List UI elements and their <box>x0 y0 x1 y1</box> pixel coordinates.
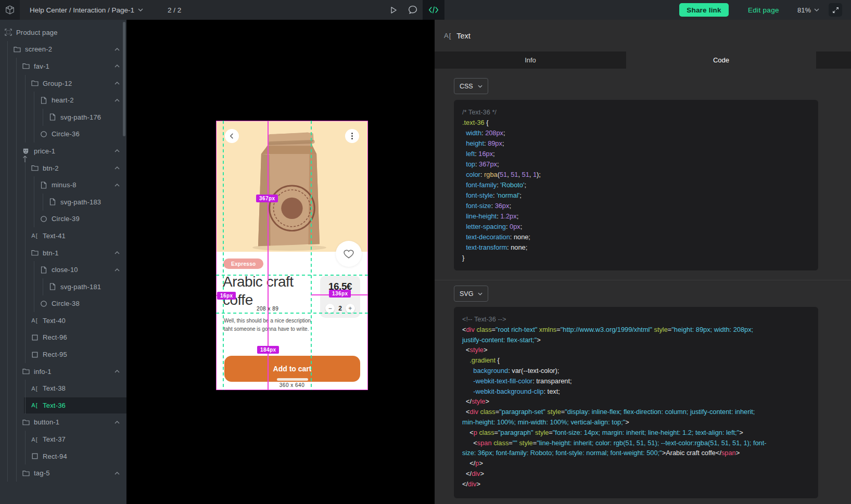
frame-icon <box>4 29 12 36</box>
folder-icon <box>31 80 39 87</box>
chevron-up-icon[interactable] <box>115 184 120 187</box>
tree-guide-line <box>7 312 13 329</box>
quantity-value: 2 <box>338 305 342 312</box>
chevron-up-icon[interactable] <box>115 48 120 51</box>
layer-row-svg-path-176[interactable]: svg-path-176 <box>0 109 126 126</box>
tree-guide-line <box>16 464 22 482</box>
app-logo[interactable] <box>0 0 20 20</box>
fullscreen-button[interactable] <box>829 3 842 17</box>
play-button[interactable] <box>388 0 398 20</box>
plus-button[interactable]: + <box>346 304 355 313</box>
code-line: top: 367px; <box>462 159 810 170</box>
chevron-up-icon[interactable] <box>115 82 120 85</box>
code-line: text-decoration: none; <box>462 232 810 242</box>
back-button[interactable] <box>225 129 239 143</box>
tab-filler <box>816 51 851 69</box>
svgfile-icon <box>48 283 56 291</box>
zoom-control[interactable]: 81% <box>797 0 819 20</box>
layer-row-price-1[interactable]: price-1 <box>0 143 126 160</box>
tree-guide-line <box>16 380 22 397</box>
layer-row-btn-2[interactable]: btn-2 <box>0 160 126 177</box>
chevron-up-icon[interactable] <box>115 268 120 272</box>
css-code-block: /* Text-36 */.text-36 { width: 208px; he… <box>454 100 818 270</box>
teal-guide-vertical-left <box>223 121 224 390</box>
chevron-up-icon[interactable] <box>115 64 120 68</box>
code-line: color: rgba(51, 51, 51, 1); <box>462 170 810 180</box>
tree-guide-line <box>7 193 13 211</box>
tree-guide-line <box>25 109 31 126</box>
tree-guide-line <box>7 329 13 346</box>
chevron-up-icon[interactable] <box>115 149 120 152</box>
code-line: <div class="paragraph-set" style="displa… <box>462 407 810 417</box>
layer-row-Text-37[interactable]: A[Text-37 <box>0 431 126 448</box>
tree-guide-line <box>34 278 40 295</box>
section-divider <box>435 280 851 280</box>
layer-row-Text-41[interactable]: A[Text-41 <box>0 227 126 244</box>
layer-row-Text-36[interactable]: A[Text-36 <box>0 397 126 414</box>
category-tag[interactable]: Expresso <box>223 259 263 269</box>
measure-label-left: 16px <box>217 292 236 300</box>
more-menu-button[interactable] <box>345 129 359 143</box>
layer-row-Circle-39[interactable]: Circle-39 <box>0 211 126 228</box>
svg-format-dropdown[interactable]: SVG <box>454 286 488 302</box>
layer-label: Text-37 <box>43 435 66 443</box>
code-view-button[interactable] <box>423 0 444 20</box>
layer-row-Rect-96[interactable]: Rect-96 <box>0 329 126 346</box>
folder-icon <box>22 469 30 477</box>
layer-row-Circle-38[interactable]: Circle-38 <box>0 295 126 313</box>
layer-row-Text-38[interactable]: A[Text-38 <box>0 380 126 397</box>
tab-info[interactable]: Info <box>435 51 626 69</box>
css-format-dropdown[interactable]: CSS <box>454 78 488 94</box>
product-image-area[interactable] <box>217 121 367 252</box>
layer-row-Rect-94[interactable]: Rect-94 <box>0 448 126 465</box>
layer-row-minus-8[interactable]: minus-8 <box>0 176 126 193</box>
layer-row-svg-path-183[interactable]: svg-path-183 <box>0 193 126 211</box>
layer-row-screen-2[interactable]: screen-2 <box>0 41 126 58</box>
layer-row-button-1[interactable]: button-1 <box>0 414 126 431</box>
layer-row-Circle-36[interactable]: Circle-36 <box>0 126 126 143</box>
chevron-up-icon[interactable] <box>115 370 120 373</box>
edit-page-link[interactable]: Edit page <box>748 0 779 20</box>
chevron-up-icon[interactable] <box>115 472 120 475</box>
layer-row-Text-40[interactable]: A[Text-40 <box>0 312 126 329</box>
share-link-button[interactable]: Share link <box>679 3 729 17</box>
layer-row-fav-1[interactable]: fav-1 <box>0 58 126 75</box>
layer-row-tag-5[interactable]: tag-5 <box>0 464 126 482</box>
layer-row-Rect-95[interactable]: Rect-95 <box>0 346 126 363</box>
artboard[interactable]: Expresso Arabic craft coffe 208 x 89 16.… <box>216 121 368 390</box>
layer-row-Product page[interactable]: Product page <box>0 24 126 41</box>
chevron-up-icon[interactable] <box>115 166 120 170</box>
chevron-up-icon[interactable] <box>115 251 120 254</box>
tree-guide-line <box>34 211 40 228</box>
tree-guide-line <box>7 464 13 482</box>
chevron-up-icon[interactable] <box>115 421 120 424</box>
code-line: justify-content: flex-start;"> <box>462 335 810 345</box>
layer-row-heart-2[interactable]: heart-2 <box>0 92 126 109</box>
layer-row-svg-path-181[interactable]: svg-path-181 <box>0 278 126 295</box>
tab-code[interactable]: Code <box>626 51 816 69</box>
element-type-title: Text <box>456 32 471 40</box>
minus-button[interactable]: − <box>325 304 335 313</box>
code-line: letter-spacing: 0px; <box>462 222 810 232</box>
layer-row-btn-1[interactable]: btn-1 <box>0 244 126 262</box>
tree-guide-line <box>16 414 22 431</box>
expand-icon <box>832 7 839 14</box>
product-title[interactable]: Arabic craft coffe <box>223 273 315 309</box>
layers-tree: Product pagescreen-2fav-1Group-12heart-2… <box>0 20 126 482</box>
chevron-down-icon <box>478 85 482 88</box>
tree-guide-line <box>43 278 48 295</box>
svgfile-icon <box>48 113 56 121</box>
tree-guide-line <box>43 193 48 211</box>
layer-row-info-1[interactable]: info-1 <box>0 363 126 380</box>
layer-label: Rect-94 <box>43 453 67 460</box>
chevron-up-icon[interactable] <box>115 99 120 102</box>
sidebar-scrollbar[interactable] <box>123 22 125 136</box>
layer-label: Group-12 <box>43 80 72 87</box>
layer-row-Group-12[interactable]: Group-12 <box>0 75 126 92</box>
comment-button[interactable] <box>407 0 419 20</box>
tree-guide-line <box>25 312 31 329</box>
tree-guide-line <box>25 176 31 193</box>
favorite-button[interactable] <box>336 241 362 267</box>
layer-row-close-10[interactable]: close-10 <box>0 261 126 278</box>
breadcrumb[interactable]: Help Center / Interaction / Page-1 <box>30 0 143 20</box>
